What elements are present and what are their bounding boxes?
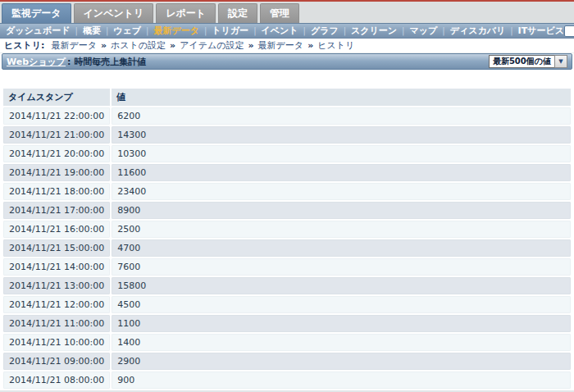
timestamp-cell: 2014/11/21 18:00:00	[3, 183, 110, 200]
values-count-value: 最新500個の値	[489, 55, 554, 68]
timestamp-cell: 2014/11/21 19:00:00	[3, 164, 110, 181]
value-cell: 2900	[112, 353, 571, 370]
column-header-value: 値	[112, 89, 571, 106]
table-row: 2014/11/21 18:00:0023400	[3, 183, 571, 200]
value-cell: 1100	[112, 315, 571, 332]
value-cell: 11600	[112, 164, 571, 181]
subnav-separator: |	[106, 26, 108, 35]
subnav-separator: |	[146, 26, 148, 35]
value-cell: 4700	[112, 239, 571, 257]
chevron-down-icon[interactable]: ▼	[554, 55, 567, 68]
timestamp-cell: 2014/11/21 13:00:00	[3, 277, 110, 294]
value-cell: 6200	[112, 107, 571, 125]
timestamp-cell: 2014/11/21 14:00:00	[3, 258, 110, 276]
history-table-body: 2014/11/21 22:00:0062002014/11/21 21:00:…	[3, 107, 571, 389]
top-tab-monitoring[interactable]: 監視データ	[2, 3, 71, 23]
table-row: 2014/11/21 13:00:0015800	[3, 277, 571, 294]
subnav-item-maps[interactable]: マップ	[409, 25, 437, 37]
subnav-item-overview[interactable]: 概要	[83, 25, 101, 37]
timestamp-cell: 2014/11/21 08:00:00	[3, 371, 110, 389]
subnav-item-dashboard[interactable]: ダッシュボード	[6, 25, 71, 37]
value-cell: 14300	[112, 126, 571, 144]
table-row: 2014/11/21 16:00:002500	[3, 221, 571, 238]
value-cell: 1400	[112, 334, 571, 351]
table-row: 2014/11/21 11:00:001100	[3, 315, 571, 332]
timestamp-cell: 2014/11/21 20:00:00	[3, 145, 110, 162]
table-row: 2014/11/21 14:00:007600	[3, 258, 571, 276]
top-tab-administration[interactable]: 管理	[260, 3, 299, 23]
subnav-items: ダッシュボード|概要|ウェブ|最新データ|トリガー|イベント|グラフ|スクリーン…	[6, 25, 564, 37]
breadcrumb-separator: »	[170, 40, 175, 51]
history-table: タイムスタンプ 値 2014/11/21 22:00:0062002014/11…	[2, 87, 572, 390]
subnav-item-graphs[interactable]: グラフ	[311, 25, 339, 37]
subnav-item-triggers[interactable]: トリガー	[212, 25, 248, 37]
subnav-separator: |	[402, 26, 404, 35]
subnav-separator: |	[344, 26, 346, 35]
timestamp-cell: 2014/11/21 10:00:00	[3, 334, 110, 351]
item-title-bar: Webショップ : 時間毎売上集計値 最新500個の値 ▼	[2, 53, 572, 70]
content-gap	[0, 70, 574, 87]
subnav-separator: |	[510, 26, 512, 35]
table-row: 2014/11/21 20:00:0010300	[3, 145, 571, 162]
item-title: : 時間毎売上集計値	[67, 56, 146, 68]
table-row: 2014/11/21 17:00:008900	[3, 202, 571, 219]
top-tabs: 監視データインベントリレポート設定管理	[0, 2, 574, 23]
subnav-item-it-services[interactable]: ITサービス	[518, 25, 564, 37]
breadcrumb-link-0[interactable]: 最新データ	[51, 40, 97, 51]
search-input[interactable]	[564, 25, 574, 37]
breadcrumb-separator: »	[248, 40, 254, 51]
table-row: 2014/11/21 15:00:004700	[3, 239, 571, 257]
table-row: 2014/11/21 12:00:004500	[3, 296, 571, 313]
value-cell: 4500	[112, 296, 571, 313]
breadcrumb-separator: »	[308, 40, 313, 51]
table-row: 2014/11/21 09:00:002900	[3, 353, 571, 370]
value-cell: 10300	[112, 145, 571, 162]
subnav-separator: |	[442, 26, 444, 35]
timestamp-cell: 2014/11/21 22:00:00	[3, 107, 110, 125]
breadcrumb-link-1[interactable]: ホストの設定	[111, 40, 166, 51]
host-link[interactable]: Webショップ	[7, 56, 66, 68]
value-cell: 23400	[112, 183, 571, 200]
breadcrumb-link-2[interactable]: アイテムの設定	[180, 40, 244, 51]
timestamp-cell: 2014/11/21 15:00:00	[3, 239, 110, 257]
breadcrumb-label: ヒストリ:	[4, 40, 44, 51]
timestamp-cell: 2014/11/21 09:00:00	[3, 353, 110, 370]
table-row: 2014/11/21 10:00:001400	[3, 334, 571, 351]
top-tab-configuration[interactable]: 設定	[218, 3, 257, 23]
subnav-separator: |	[253, 26, 256, 35]
value-cell: 8900	[112, 202, 571, 219]
breadcrumb-links: 最新データ»ホストの設定»アイテムの設定»最新データ»ヒストリ	[51, 40, 354, 51]
column-header-timestamp: タイムスタンプ	[3, 89, 110, 106]
subnav-item-web[interactable]: ウェブ	[113, 25, 141, 37]
subnav-item-discovery[interactable]: ディスカバリ	[450, 25, 506, 37]
breadcrumb-link-4[interactable]: ヒストリ	[317, 40, 354, 51]
table-row: 2014/11/21 22:00:006200	[3, 107, 571, 125]
timestamp-cell: 2014/11/21 11:00:00	[3, 315, 110, 332]
table-row: 2014/11/21 08:00:00900	[3, 371, 571, 389]
subnav-separator: |	[303, 26, 306, 35]
breadcrumb: ヒストリ:最新データ»ホストの設定»アイテムの設定»最新データ»ヒストリ	[0, 39, 574, 53]
breadcrumb-link-3[interactable]: 最新データ	[258, 40, 304, 51]
top-tab-inventory[interactable]: インベントリ	[74, 3, 154, 23]
subnav-separator: |	[204, 26, 207, 35]
timestamp-cell: 2014/11/21 16:00:00	[3, 221, 110, 238]
value-cell: 2500	[112, 221, 571, 238]
breadcrumb-separator: »	[101, 40, 107, 51]
value-cell: 7600	[112, 258, 571, 276]
table-header-row: タイムスタンプ 値	[3, 89, 571, 106]
subnav-item-events[interactable]: イベント	[262, 25, 298, 37]
timestamp-cell: 2014/11/21 17:00:00	[3, 202, 110, 219]
timestamp-cell: 2014/11/21 12:00:00	[3, 296, 110, 313]
subnav-item-latest-data[interactable]: 最新データ	[153, 25, 199, 37]
timestamp-cell: 2014/11/21 21:00:00	[3, 126, 110, 144]
table-row: 2014/11/21 19:00:0011600	[3, 164, 571, 181]
subnav-separator: |	[75, 26, 78, 35]
subnav-item-screens[interactable]: スクリーン	[351, 25, 397, 37]
subnav-bar: ダッシュボード|概要|ウェブ|最新データ|トリガー|イベント|グラフ|スクリーン…	[0, 23, 574, 39]
table-row: 2014/11/21 21:00:0014300	[3, 126, 571, 144]
value-cell: 900	[112, 371, 571, 389]
top-tab-reports[interactable]: レポート	[156, 3, 216, 23]
values-count-dropdown[interactable]: 最新500個の値 ▼	[489, 55, 567, 68]
value-cell: 15800	[112, 277, 571, 294]
